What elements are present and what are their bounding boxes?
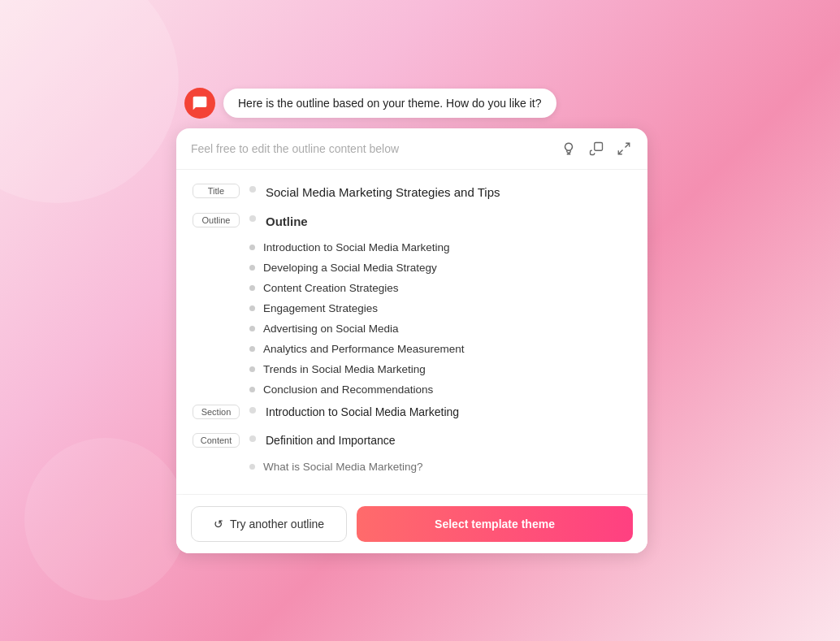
header-icons bbox=[560, 140, 633, 158]
title-text: Social Media Marketing Strategies and Ti… bbox=[266, 183, 500, 201]
list-item: What is Social Media Marketing? bbox=[249, 461, 631, 473]
svg-line-1 bbox=[626, 144, 630, 148]
avatar bbox=[184, 88, 215, 119]
chat-bubble-text: Here is the outline based on your theme.… bbox=[238, 97, 542, 110]
select-theme-label: Select template theme bbox=[435, 518, 555, 531]
outline-content: Title Social Media Marketing Strategies … bbox=[176, 170, 647, 493]
outline-sub-list: Introduction to Social Media Marketing D… bbox=[249, 241, 631, 396]
sub-item-text: What is Social Media Marketing? bbox=[263, 461, 423, 473]
bg-decoration-2 bbox=[24, 438, 187, 600]
sub-dot bbox=[249, 366, 255, 372]
edit-icon[interactable] bbox=[587, 140, 605, 158]
section-text: Introduction to Social Media Marketing bbox=[266, 404, 459, 421]
list-item: Advertising on Social Media bbox=[249, 323, 631, 335]
title-row: Title Social Media Marketing Strategies … bbox=[193, 183, 631, 201]
sub-item-text: Analytics and Performance Measurement bbox=[263, 343, 465, 355]
outline-label: Outline bbox=[266, 212, 308, 230]
bulb-icon[interactable] bbox=[560, 140, 578, 158]
sub-item-text: Developing a Social Media Strategy bbox=[263, 262, 437, 274]
outline-row: Outline Outline bbox=[193, 212, 631, 230]
sub-item-text: Introduction to Social Media Marketing bbox=[263, 241, 450, 253]
chat-avatar-icon bbox=[192, 95, 208, 111]
chat-bubble: Here is the outline based on your theme.… bbox=[223, 89, 556, 118]
list-item: Engagement Strategies bbox=[249, 302, 631, 314]
content-sub-list: What is Social Media Marketing? bbox=[249, 461, 631, 473]
section-connector bbox=[249, 407, 256, 414]
svg-line-2 bbox=[618, 150, 622, 154]
list-item: Trends in Social Media Marketing bbox=[249, 363, 631, 375]
sub-dot bbox=[249, 305, 255, 311]
chat-row: Here is the outline based on your theme.… bbox=[176, 88, 556, 119]
section-row: Section Introduction to Social Media Mar… bbox=[193, 404, 631, 421]
try-another-button[interactable]: ↺ Try another outline bbox=[191, 506, 347, 542]
select-theme-button[interactable]: Select template theme bbox=[357, 506, 633, 542]
sub-dot bbox=[249, 326, 255, 331]
bg-decoration-1 bbox=[0, 0, 179, 203]
sub-item-text: Trends in Social Media Marketing bbox=[263, 363, 426, 375]
list-item: Analytics and Performance Measurement bbox=[249, 343, 631, 355]
try-another-label: Try another outline bbox=[230, 518, 324, 531]
outline-card: Feel free to edit the outline content be… bbox=[176, 128, 647, 552]
content-badge: Content bbox=[193, 433, 240, 448]
sub-item-text: Advertising on Social Media bbox=[263, 323, 399, 335]
outline-connector bbox=[249, 215, 256, 222]
card-footer: ↺ Try another outline Select template th… bbox=[176, 494, 647, 553]
sub-dot bbox=[249, 464, 255, 470]
list-item: Developing a Social Media Strategy bbox=[249, 262, 631, 274]
list-item: Conclusion and Recommendations bbox=[249, 383, 631, 396]
sub-dot bbox=[249, 265, 255, 271]
content-connector bbox=[249, 435, 256, 442]
sub-item-text: Conclusion and Recommendations bbox=[263, 383, 433, 396]
content-text: Definition and Importance bbox=[266, 432, 396, 449]
svg-rect-0 bbox=[595, 143, 603, 151]
header-placeholder: Feel free to edit the outline content be… bbox=[191, 142, 399, 155]
expand-icon[interactable] bbox=[615, 140, 633, 158]
sub-dot bbox=[249, 387, 255, 392]
outline-badge: Outline bbox=[193, 213, 240, 227]
main-container: Here is the outline based on your theme.… bbox=[176, 88, 664, 552]
sub-item-text: Engagement Strategies bbox=[263, 302, 378, 314]
content-row: Content Definition and Importance bbox=[193, 432, 631, 449]
section-badge: Section bbox=[193, 405, 240, 419]
sub-item-text: Content Creation Strategies bbox=[263, 282, 399, 294]
sub-dot bbox=[249, 285, 255, 291]
refresh-icon: ↺ bbox=[214, 518, 223, 531]
sub-dot bbox=[249, 346, 255, 352]
list-item: Introduction to Social Media Marketing bbox=[249, 241, 631, 253]
list-item: Content Creation Strategies bbox=[249, 282, 631, 294]
card-header: Feel free to edit the outline content be… bbox=[176, 128, 647, 170]
title-connector bbox=[249, 186, 256, 193]
title-badge: Title bbox=[193, 184, 240, 198]
sub-dot bbox=[249, 245, 255, 250]
